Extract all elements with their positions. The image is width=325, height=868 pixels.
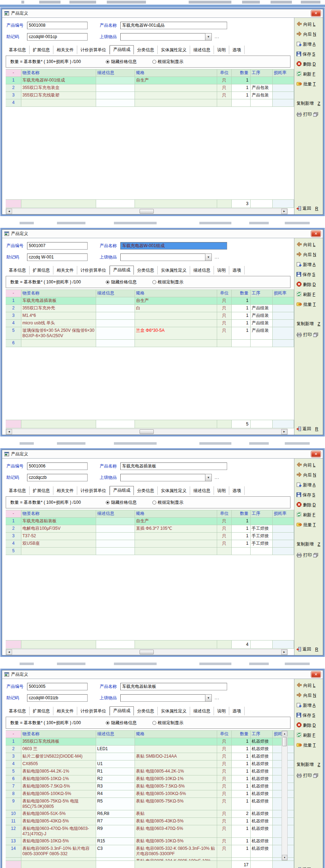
radio-hide-price[interactable]: 隐藏价格信息 — [106, 720, 137, 726]
cell-unit[interactable]: 只 — [217, 312, 232, 319]
row-number[interactable]: 2 — [6, 525, 21, 532]
column-header-5[interactable]: 数量 — [232, 69, 251, 77]
cell-material-name[interactable]: 355双口车充外壳 — [21, 305, 96, 312]
cell-quantity[interactable]: 1 — [232, 818, 251, 825]
vertical-scroll-thumb[interactable] — [282, 737, 287, 746]
tab-4[interactable]: 产品组成 — [110, 706, 134, 716]
product-name-input[interactable] — [120, 242, 227, 250]
cell-quantity[interactable]: 1 — [232, 518, 251, 525]
column-header-5[interactable]: 数量 — [232, 731, 251, 738]
cell-process[interactable]: 手工焊接 — [251, 525, 273, 532]
tab-5[interactable]: 分类信息 — [134, 46, 158, 54]
column-header-3[interactable]: 规格 — [135, 731, 217, 738]
cell-loss-rate[interactable] — [273, 533, 294, 540]
cell-process[interactable]: 机器焊接 — [251, 753, 273, 760]
cell-description[interactable] — [96, 525, 135, 532]
table-row[interactable]: 3T37-52只1手工焊接 — [6, 533, 294, 540]
cell-unit[interactable]: 只 — [217, 746, 232, 753]
批量-button[interactable]: 批量 T — [297, 522, 323, 528]
cell-unit[interactable]: 只 — [217, 760, 232, 768]
cell-description[interactable]: R2 — [96, 775, 135, 783]
column-header-1[interactable]: 物资名称 — [21, 290, 96, 297]
cell-unit[interactable]: 只 — [217, 77, 232, 84]
row-number[interactable]: 11 — [6, 818, 21, 825]
table-row[interactable]: 4CX8505U1只1机器焊接 — [6, 760, 294, 768]
close-icon[interactable]: ✕ — [311, 231, 321, 237]
column-header-0[interactable]: - — [6, 510, 21, 517]
parent-item-browse-button[interactable]: ... — [215, 475, 219, 480]
cell-process[interactable]: 机器焊接 — [251, 760, 273, 768]
cell-process[interactable]: 机器焊接 — [251, 798, 273, 810]
column-header-1[interactable]: 物资名称 — [21, 510, 96, 517]
cell-spec[interactable]: 表贴 电阻0805-43KΩ-5% — [135, 818, 217, 825]
cell-unit[interactable]: 只 — [217, 540, 232, 547]
table-row[interactable]: 8表贴电阻0805-100KΩ-5%R4表贴 电阻0805-100KΩ-5%只1… — [6, 790, 294, 798]
tab-4[interactable]: 产品组成 — [110, 486, 134, 495]
cell-spec[interactable]: 表贴 电阻0805-44.2K-1% — [135, 768, 217, 775]
tab-9[interactable]: 选项 — [229, 266, 245, 274]
cell-process[interactable]: 产品包装 — [251, 92, 273, 99]
mnemonic-input[interactable] — [27, 253, 88, 261]
row-number[interactable]: 1 — [6, 77, 21, 84]
cell-quantity[interactable]: 1 — [232, 798, 251, 810]
cell-process[interactable] — [251, 518, 273, 525]
cell-quantity[interactable]: 1 — [232, 84, 251, 91]
tab-6[interactable]: 实体属性定义 — [158, 486, 190, 495]
row-number[interactable]: 4 — [6, 540, 21, 547]
cell-loss-rate[interactable] — [273, 297, 294, 304]
tab-1[interactable]: 扩展信息 — [30, 266, 53, 274]
cell-loss-rate[interactable] — [273, 92, 294, 99]
保存-button[interactable]: 保存 S — [297, 51, 323, 57]
cell-material-name[interactable]: 车载充电器插装板 — [21, 297, 96, 304]
cell-spec[interactable] — [135, 533, 217, 540]
column-header-0[interactable]: - — [6, 731, 21, 738]
cell-description[interactable] — [96, 738, 135, 745]
向前-button[interactable]: 向前 L — [297, 21, 323, 27]
cell-description[interactable]: LED1 — [96, 746, 135, 753]
table-row[interactable]: 4 — [6, 99, 294, 107]
cell-description[interactable] — [96, 340, 135, 347]
radio-custom-display[interactable]: 根据定制显示 — [152, 720, 183, 726]
cell-quantity[interactable]: 1 — [232, 738, 251, 745]
cell-description[interactable] — [96, 533, 135, 540]
cell-description[interactable] — [96, 518, 135, 525]
cell-quantity[interactable]: 1 — [232, 783, 251, 790]
horizontal-scrollbar[interactable]: ◄ ► — [6, 208, 288, 214]
row-number[interactable]: 1 — [6, 518, 21, 525]
copy-new-button[interactable]: 复制新增 Z — [297, 321, 323, 327]
table-row[interactable]: 3贴片二极管1N5822(DIODE-M4)表贴 SMB/DO-214AA只1机… — [6, 753, 294, 760]
cell-material-name[interactable]: 表贴电阻0805-10KΩ-5% — [21, 838, 96, 845]
cell-loss-rate[interactable] — [273, 320, 294, 327]
mnemonic-input[interactable] — [27, 33, 88, 41]
cell-quantity[interactable] — [232, 99, 251, 106]
print-button[interactable]: 打印 — [297, 773, 323, 779]
radio-unselected-icon[interactable] — [152, 280, 156, 284]
cell-material-name[interactable]: 表贴电阻0603-470Ω-5% 电阻0603-471(470Ω)-J — [21, 825, 96, 837]
cell-process[interactable]: 机器焊接 — [251, 845, 273, 857]
parent-item-browse-button[interactable]: ... — [215, 695, 219, 700]
cell-material-name[interactable]: 0603 兰 — [21, 746, 96, 753]
radio-hide-price[interactable]: 隐藏价格信息 — [106, 279, 137, 285]
row-number[interactable]: 4 — [6, 99, 21, 106]
table-row[interactable]: 6表贴电阻0805-10KΩ-1%R2表贴 电阻0805-10KΩ-1%只1机器… — [6, 775, 294, 783]
cell-process[interactable]: 产品包装 — [251, 84, 273, 91]
cell-unit[interactable]: 只 — [217, 798, 232, 810]
copy-new-button[interactable]: 复制新增 Z — [297, 541, 323, 547]
cell-quantity[interactable]: 1 — [232, 825, 251, 837]
cell-spec[interactable]: 表贴 SMB/DO-214AA — [135, 753, 217, 760]
horizontal-scroll-thumb[interactable] — [140, 209, 154, 214]
table-row-clipped[interactable]: 表贴 电容0805-104-K 0805-100nF-10% — [6, 858, 294, 861]
cell-spec[interactable]: 表贴 电阻0805-10KΩ-5% — [135, 838, 217, 845]
table-row[interactable]: 2电解电容100μF/35V直插 Φ6.3*7 105℃只1手工焊接 — [6, 525, 294, 533]
向后-button[interactable]: 向后 N — [297, 252, 323, 258]
cell-process[interactable]: 机器焊接 — [251, 790, 273, 798]
cell-quantity[interactable]: 2 — [232, 810, 251, 817]
cell-material-name[interactable] — [21, 99, 96, 106]
tab-3[interactable]: 计价折算单位 — [77, 46, 110, 54]
cell-material-name[interactable]: 表贴电阻0805-75KΩ-5% 电阻85C(75.0K)0805 — [21, 798, 96, 810]
tab-6[interactable]: 实体属性定义 — [158, 266, 190, 274]
product-code-input[interactable] — [27, 22, 88, 29]
radio-hide-price[interactable]: 隐藏价格信息 — [106, 500, 137, 506]
return-button[interactable]: 返回 R — [297, 646, 323, 652]
cell-description[interactable]: R3 — [96, 783, 135, 790]
